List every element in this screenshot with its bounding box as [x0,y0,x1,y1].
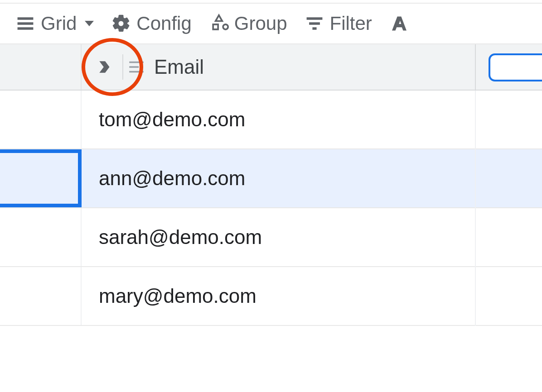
column-label: Email [154,56,204,78]
column-boundary[interactable] [475,44,476,90]
right-column-divider [475,91,476,326]
row-selector[interactable] [0,149,82,207]
expand-column-button[interactable] [94,56,116,78]
group-button[interactable]: Group [203,10,294,37]
column-divider [122,54,123,80]
config-label: Config [136,13,191,34]
text-column-icon [127,57,146,76]
truncated-toolbar-item[interactable] [383,11,409,36]
row-selector[interactable] [0,208,82,266]
grid-lines-icon [15,14,35,33]
email-column-header[interactable]: Email [82,44,542,90]
table-row[interactable]: sarah@demo.com [0,208,542,267]
group-label: Group [234,13,287,34]
row-header-gutter [0,44,82,90]
email-cell[interactable]: sarah@demo.com [82,208,542,266]
filter-icon [305,14,324,33]
table-row[interactable]: tom@demo.com [0,91,542,149]
font-icon [389,14,409,33]
filter-label: Filter [330,13,372,34]
table-row[interactable]: ann@demo.com [0,149,542,208]
column-header-row: Email [0,44,542,91]
email-cell[interactable]: ann@demo.com [82,149,542,207]
data-grid: Email tom@demo.comann@demo.comsarah@demo… [0,44,542,326]
gear-icon [111,14,131,33]
group-shapes-icon [209,14,229,33]
dropdown-caret-icon [85,21,94,26]
toolbar: Grid Config Group Filter [0,4,542,44]
row-selector[interactable] [0,91,82,148]
grid-view-button[interactable]: Grid [9,10,100,37]
table-row[interactable]: mary@demo.com [0,267,542,326]
config-button[interactable]: Config [105,10,198,37]
filter-button[interactable]: Filter [298,10,378,37]
email-cell[interactable]: tom@demo.com [82,91,542,148]
next-column-header-selected[interactable] [489,53,542,81]
row-selector[interactable] [0,267,82,325]
top-border [0,0,542,4]
grid-label: Grid [41,13,77,34]
email-cell[interactable]: mary@demo.com [82,267,542,325]
